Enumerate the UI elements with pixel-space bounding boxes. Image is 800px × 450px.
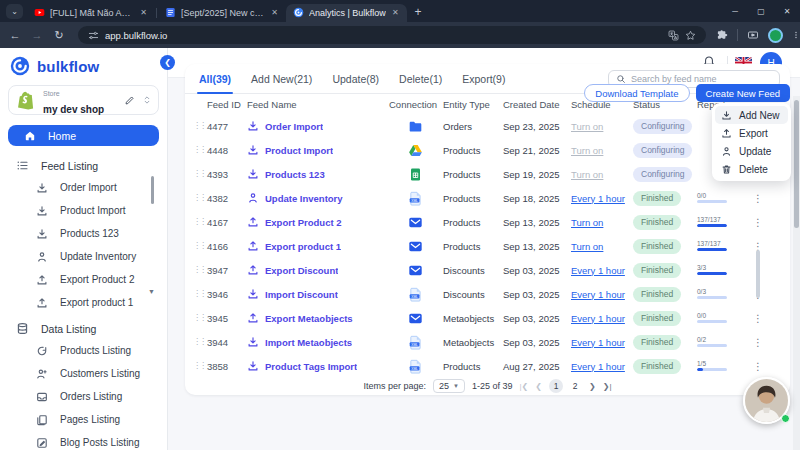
- menu-item-add-new[interactable]: Add New: [715, 106, 788, 124]
- store-switch-icon[interactable]: [142, 95, 152, 105]
- reload-button[interactable]: ↻: [48, 29, 70, 42]
- new-tab-button[interactable]: +: [415, 5, 422, 19]
- feed-name-link[interactable]: Product Import: [265, 145, 333, 156]
- schedule-link[interactable]: Every 1 hour: [571, 361, 625, 372]
- row-actions-kebab[interactable]: ⋮: [747, 217, 769, 228]
- sidebar-item-update-inventory[interactable]: Update Inventory: [0, 245, 167, 268]
- page-size-select[interactable]: 25 ▼: [433, 379, 465, 393]
- search-input[interactable]: [631, 74, 772, 84]
- browser-menu-icon[interactable]: [792, 29, 800, 41]
- page-number-2[interactable]: 2: [568, 379, 582, 393]
- table-scrollbar-thumb[interactable]: [756, 250, 760, 298]
- feed-name-link[interactable]: Order Import: [265, 121, 323, 132]
- schedule-link[interactable]: Turn on: [571, 241, 603, 252]
- tab-close-icon[interactable]: ✕: [391, 8, 400, 17]
- sidebar-item-blog-posts-listing[interactable]: Blog Posts Listing: [0, 431, 167, 450]
- schedule-link[interactable]: Every 1 hour: [571, 265, 625, 276]
- webcam-overlay[interactable]: [743, 377, 791, 425]
- store-selector[interactable]: Store my dev shop: [8, 85, 159, 115]
- tab-search-button[interactable]: ⌄: [6, 4, 23, 19]
- sidebar-item-products-123[interactable]: Products 123: [0, 222, 167, 245]
- drag-handle[interactable]: ⋮⋮: [193, 122, 207, 130]
- download-template-button[interactable]: Download Template: [584, 84, 689, 102]
- window-minimize-button[interactable]: ─: [722, 0, 748, 22]
- browser-tab-3[interactable]: Analytics | Bulkflow✕: [286, 4, 407, 22]
- sidebar-item-export-product-2[interactable]: Export Product 2: [0, 268, 167, 291]
- sidebar-collapse-button[interactable]: ❮: [160, 55, 175, 70]
- sidebar-item-order-import[interactable]: Order Import: [0, 176, 167, 199]
- last-page-button[interactable]: ❯|: [603, 382, 612, 391]
- schedule-link[interactable]: Every 1 hour: [571, 289, 625, 300]
- schedule-link[interactable]: Turn on: [571, 121, 603, 132]
- feed-name-link[interactable]: Import Discount: [265, 289, 338, 300]
- page-scrollbar-thumb[interactable]: [794, 100, 799, 228]
- feed-name-link[interactable]: Export Product 2: [265, 217, 342, 228]
- feed-name-link[interactable]: Import Metaobjects: [265, 337, 352, 348]
- tab-close-icon[interactable]: ✕: [270, 8, 279, 17]
- sidebar-item-orders-listing[interactable]: Orders Listing: [0, 385, 167, 408]
- drag-handle[interactable]: ⋮⋮: [193, 170, 207, 178]
- feed-name-link[interactable]: Export Discount: [265, 265, 338, 276]
- back-button[interactable]: ←: [4, 29, 26, 41]
- browser-profile-avatar[interactable]: [768, 28, 783, 43]
- tab-close-icon[interactable]: ✕: [139, 8, 148, 17]
- schedule-link[interactable]: Turn on: [571, 217, 603, 228]
- feed-tab-add-new-21-[interactable]: Add New(21): [251, 64, 312, 93]
- extensions-icon[interactable]: [716, 29, 728, 41]
- brand[interactable]: bulkflow: [0, 48, 167, 82]
- drag-handle[interactable]: ⋮⋮: [193, 218, 207, 226]
- feed-tab-delete-1-[interactable]: Delete(1): [399, 64, 442, 93]
- schedule-link[interactable]: Every 1 hour: [571, 337, 625, 348]
- drag-handle[interactable]: ⋮⋮: [193, 266, 207, 274]
- page-scrollbar[interactable]: ▼: [793, 96, 800, 450]
- next-page-button[interactable]: ❯: [589, 382, 596, 391]
- schedule-link[interactable]: Turn on: [571, 169, 603, 180]
- translate-icon[interactable]: [668, 30, 679, 41]
- sidebar-item-products-listing[interactable]: Products Listing: [0, 339, 167, 362]
- schedule-link[interactable]: Every 1 hour: [571, 313, 625, 324]
- row-actions-kebab[interactable]: ⋮: [747, 193, 769, 204]
- feed-name-link[interactable]: Export product 1: [265, 241, 341, 252]
- feed-tab-all-39-[interactable]: All(39): [199, 64, 231, 93]
- forward-button[interactable]: →: [26, 29, 48, 41]
- row-actions-kebab[interactable]: ⋮: [747, 313, 769, 324]
- sidebar-item-customers-listing[interactable]: Customers Listing: [0, 362, 167, 385]
- drag-handle[interactable]: ⋮⋮: [193, 146, 207, 154]
- feed-name-link[interactable]: Products 123: [265, 169, 325, 180]
- bookmark-star-icon[interactable]: [685, 30, 696, 41]
- sidebar-item-product-import[interactable]: Product Import: [0, 199, 167, 222]
- feed-tab-update-8-[interactable]: Update(8): [332, 64, 379, 93]
- drag-handle[interactable]: ⋮⋮: [193, 290, 207, 298]
- first-page-button[interactable]: |❮: [520, 382, 529, 391]
- menu-item-delete[interactable]: Delete: [715, 160, 788, 178]
- drag-handle[interactable]: ⋮⋮: [193, 338, 207, 346]
- create-new-feed-button[interactable]: Create New Feed: [696, 84, 790, 102]
- edit-store-icon[interactable]: [124, 95, 135, 106]
- menu-item-update[interactable]: Update: [715, 142, 788, 160]
- feed-name-link[interactable]: Update Inventory: [265, 193, 343, 204]
- sidebar-item-home[interactable]: Home: [8, 125, 159, 146]
- sidebar-item-export-product-1[interactable]: Export product 1: [0, 291, 167, 314]
- prev-page-button[interactable]: ❮: [535, 382, 542, 391]
- drag-handle[interactable]: ⋮⋮: [193, 362, 207, 370]
- feed-name-link[interactable]: Export Metaobjects: [265, 313, 353, 324]
- feed-name-link[interactable]: Product Tags Import: [265, 361, 357, 372]
- window-maximize-button[interactable]: ▢: [748, 0, 774, 22]
- row-actions-kebab[interactable]: ⋮: [747, 361, 769, 372]
- feed-tab-export-9-[interactable]: Export(9): [462, 64, 505, 93]
- address-bar[interactable]: app.bulkflow.io: [78, 26, 706, 44]
- media-control-icon[interactable]: [747, 29, 759, 41]
- sidebar-scrollbar[interactable]: [151, 176, 154, 204]
- sidebar-item-pages-listing[interactable]: Pages Listing: [0, 408, 167, 431]
- schedule-link[interactable]: Turn on: [571, 145, 603, 156]
- browser-tab-1[interactable]: [FULL] Mất Não Audio Số 39 -✕: [27, 4, 155, 22]
- sidebar-section-feed-listing[interactable]: Feed Listing: [0, 155, 167, 176]
- drag-handle[interactable]: ⋮⋮: [193, 242, 207, 250]
- sidebar-section-data-listing[interactable]: Data Listing: [0, 318, 167, 339]
- row-actions-kebab[interactable]: ⋮: [747, 337, 769, 348]
- page-number-1[interactable]: 1: [549, 379, 563, 393]
- browser-tab-2[interactable]: [Sept/2025] New content - Ha✕: [158, 4, 286, 22]
- schedule-link[interactable]: Every 1 hour: [571, 193, 625, 204]
- sidebar-scroll-down-icon[interactable]: ▼: [148, 288, 155, 295]
- window-close-button[interactable]: ✕: [774, 0, 800, 22]
